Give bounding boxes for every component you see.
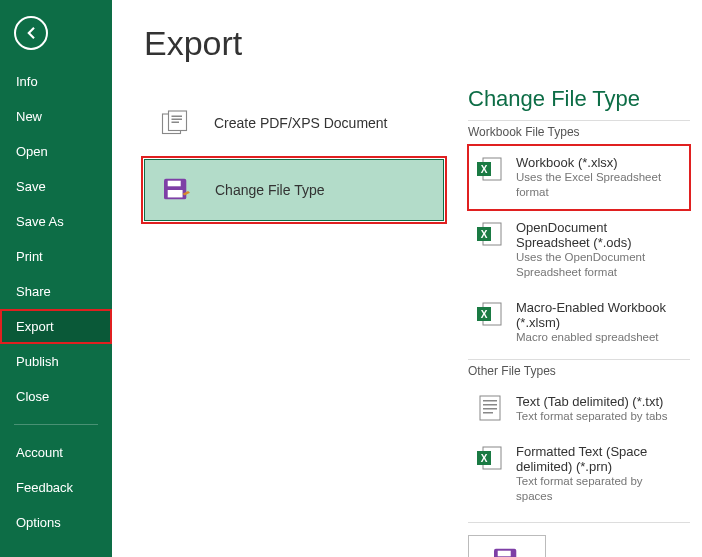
excel-file-icon: X <box>476 220 504 248</box>
svg-text:X: X <box>481 309 488 320</box>
svg-rect-4 <box>172 122 180 124</box>
sidebar-item-options[interactable]: Options <box>0 505 112 540</box>
sidebar-item-export[interactable]: Export <box>0 309 112 344</box>
main-content: Export Create PDF/XPS Document Change Fi… <box>112 0 702 557</box>
svg-text:X: X <box>481 164 488 175</box>
file-type-desc: Macro enabled spreadsheet <box>516 330 682 345</box>
svg-rect-1 <box>169 111 187 131</box>
file-type-desc: Text format separated by spaces <box>516 474 682 504</box>
export-option-create-pdf[interactable]: Create PDF/XPS Document <box>144 93 444 153</box>
backstage-sidebar: Info New Open Save Save As Print Share E… <box>0 0 112 557</box>
svg-rect-26 <box>498 550 511 556</box>
file-type-ods[interactable]: X OpenDocument Spreadsheet (*.ods) Uses … <box>468 210 690 290</box>
file-type-desc: Uses the Excel Spreadsheet format <box>516 170 682 200</box>
sidebar-item-info[interactable]: Info <box>0 64 112 99</box>
sidebar-item-share[interactable]: Share <box>0 274 112 309</box>
save-as-icon <box>491 546 523 558</box>
file-type-desc: Uses the OpenDocument Spreadsheet format <box>516 250 682 280</box>
file-type-title: Workbook (*.xlsx) <box>516 155 682 170</box>
excel-file-icon: X <box>476 155 504 183</box>
svg-rect-18 <box>483 400 497 402</box>
page-title: Export <box>144 24 444 63</box>
excel-file-icon: X <box>476 300 504 328</box>
save-as-icon <box>157 174 197 206</box>
svg-rect-21 <box>483 412 493 414</box>
group-workbook-file-types: Workbook File Types <box>468 120 690 145</box>
pdf-document-icon <box>156 107 196 139</box>
sidebar-item-open[interactable]: Open <box>0 134 112 169</box>
svg-rect-7 <box>168 190 183 197</box>
file-type-txt[interactable]: Text (Tab delimited) (*.txt) Text format… <box>468 384 690 434</box>
file-type-title: Macro-Enabled Workbook (*.xlsm) <box>516 300 682 330</box>
sidebar-item-print[interactable]: Print <box>0 239 112 274</box>
sidebar-item-new[interactable]: New <box>0 99 112 134</box>
sidebar-item-account[interactable]: Account <box>0 435 112 470</box>
export-option-change-file-type[interactable]: Change File Type <box>144 159 444 221</box>
back-button[interactable] <box>14 16 48 50</box>
svg-rect-19 <box>483 404 497 406</box>
excel-file-icon: X <box>476 444 504 472</box>
file-type-title: Text (Tab delimited) (*.txt) <box>516 394 668 409</box>
sidebar-item-close[interactable]: Close <box>0 379 112 414</box>
sidebar-item-save[interactable]: Save <box>0 169 112 204</box>
svg-text:X: X <box>481 453 488 464</box>
panel-title: Change File Type <box>468 86 690 112</box>
sidebar-item-saveas[interactable]: Save As <box>0 204 112 239</box>
file-type-title: OpenDocument Spreadsheet (*.ods) <box>516 220 682 250</box>
sidebar-item-feedback[interactable]: Feedback <box>0 470 112 505</box>
file-type-desc: Text format separated by tabs <box>516 409 668 424</box>
sidebar-item-publish[interactable]: Publish <box>0 344 112 379</box>
group-other-file-types: Other File Types <box>468 359 690 384</box>
svg-rect-20 <box>483 408 497 410</box>
text-file-icon <box>476 394 504 422</box>
svg-text:X: X <box>481 229 488 240</box>
save-as-button[interactable]: Save As <box>468 535 546 558</box>
export-option-label: Create PDF/XPS Document <box>214 115 388 131</box>
svg-rect-2 <box>172 116 183 118</box>
arrow-left-icon <box>22 24 40 42</box>
change-file-type-panel: Change File Type Workbook File Types X W… <box>468 24 690 545</box>
file-type-xlsm[interactable]: X Macro-Enabled Workbook (*.xlsm) Macro … <box>468 290 690 355</box>
file-type-xlsx[interactable]: X Workbook (*.xlsx) Uses the Excel Sprea… <box>468 145 690 210</box>
svg-rect-6 <box>168 181 181 187</box>
svg-rect-3 <box>172 119 183 121</box>
sidebar-divider <box>14 424 98 425</box>
file-type-prn[interactable]: X Formatted Text (Space delimited) (*.pr… <box>468 434 690 514</box>
export-option-label: Change File Type <box>215 182 324 198</box>
file-type-title: Formatted Text (Space delimited) (*.prn) <box>516 444 682 474</box>
